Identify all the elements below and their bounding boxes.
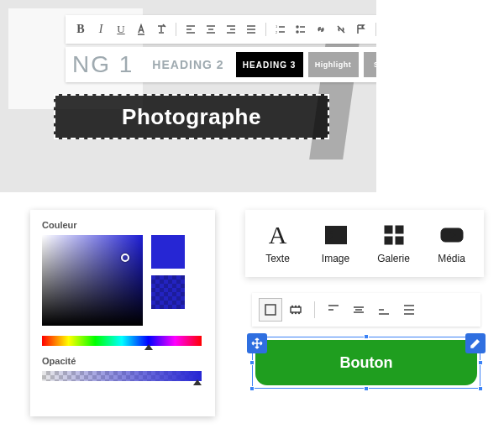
- resize-handle[interactable]: [249, 360, 255, 365]
- svg-point-19: [297, 26, 298, 28]
- insert-text-label: Texte: [265, 253, 290, 264]
- grid-icon: [381, 222, 407, 248]
- resize-handle[interactable]: [249, 386, 255, 391]
- underline-button[interactable]: U: [113, 21, 129, 38]
- italic-button[interactable]: I: [92, 21, 109, 38]
- color-section-label: Couleur: [42, 220, 203, 230]
- text-a-icon: A: [269, 222, 287, 248]
- hero-editor-panel: B I U 12: [0, 0, 376, 192]
- color-picker-panel: Couleur Opacité: [30, 210, 215, 416]
- opacity-marker-icon[interactable]: [193, 379, 202, 385]
- insert-gallery-button[interactable]: Galerie: [367, 222, 421, 264]
- toolbar-separator: [176, 23, 176, 36]
- insert-gallery-label: Galerie: [377, 253, 410, 264]
- svg-rect-30: [265, 305, 276, 315]
- play-icon: [439, 222, 465, 248]
- svg-point-37: [299, 313, 300, 314]
- insert-image-label: Image: [322, 253, 349, 264]
- svg-point-34: [299, 306, 300, 307]
- current-color-swatch[interactable]: [151, 235, 185, 269]
- svg-point-32: [292, 306, 293, 307]
- button-editor-panel: Bouton: [252, 293, 480, 392]
- move-handle[interactable]: [247, 333, 267, 353]
- hue-marker-icon[interactable]: [144, 344, 153, 350]
- hue-slider[interactable]: [42, 336, 202, 346]
- svg-point-35: [292, 313, 293, 314]
- text-color-button[interactable]: [133, 21, 150, 38]
- align-left-button[interactable]: [182, 21, 199, 38]
- unordered-list-button[interactable]: [292, 21, 309, 38]
- unlink-button[interactable]: [333, 21, 349, 38]
- svg-rect-26: [396, 226, 403, 233]
- align-right-button[interactable]: [223, 21, 239, 38]
- insert-elements-panel: A Texte Image Galerie Média: [245, 210, 484, 277]
- opacity-section-label: Opacité: [42, 356, 203, 366]
- button-selection-wrap: Bouton: [252, 338, 480, 387]
- rich-text-toolbar: B I U 12: [66, 15, 376, 44]
- svg-point-20: [297, 31, 298, 33]
- align-center-button[interactable]: [202, 21, 219, 38]
- link-button[interactable]: [312, 21, 329, 38]
- fill-width-button[interactable]: [259, 298, 282, 322]
- clear-format-button[interactable]: [153, 21, 170, 38]
- align-bottom-button[interactable]: [372, 298, 396, 322]
- flag-icon[interactable]: [353, 21, 370, 38]
- align-middle-button[interactable]: [347, 298, 370, 322]
- pencil-icon: [470, 337, 481, 349]
- toolbar-separator: [314, 301, 315, 318]
- toolbar-separator: [265, 23, 266, 36]
- svg-text:1: 1: [276, 24, 278, 29]
- svg-point-24: [330, 231, 333, 234]
- insert-media-button[interactable]: Média: [425, 222, 479, 264]
- heading-1-option[interactable]: NG 1: [66, 52, 140, 77]
- align-justify-button[interactable]: [243, 21, 260, 38]
- button-toolbar: [252, 293, 480, 327]
- resize-handle[interactable]: [364, 386, 369, 391]
- sv-cursor-icon[interactable]: [121, 254, 129, 262]
- selected-heading-element[interactable]: Photographe: [54, 94, 329, 139]
- resize-handle[interactable]: [478, 360, 483, 365]
- heading-text: Photographe: [122, 104, 261, 130]
- svg-point-36: [296, 313, 297, 314]
- svg-point-33: [296, 306, 297, 307]
- svg-rect-28: [396, 237, 403, 244]
- insert-media-label: Média: [438, 253, 465, 264]
- resize-handle[interactable]: [478, 386, 483, 391]
- move-icon: [251, 337, 263, 349]
- svg-text:2: 2: [276, 30, 278, 34]
- auto-width-button[interactable]: [284, 298, 307, 322]
- bold-button[interactable]: B: [72, 21, 89, 38]
- toolbar-separator: [375, 23, 376, 36]
- insert-image-button[interactable]: Image: [309, 222, 363, 264]
- align-top-button[interactable]: [322, 298, 345, 322]
- heading-style-bar: NG 1 HEADING 2 HEADING 3 Highlight Speci…: [66, 47, 376, 82]
- insert-text-button[interactable]: A Texte: [251, 222, 305, 264]
- heading-3-option[interactable]: HEADING 3: [236, 52, 303, 77]
- special-option[interactable]: Special: [364, 52, 376, 77]
- svg-rect-31: [291, 307, 301, 312]
- ordered-list-button[interactable]: 12: [272, 21, 289, 38]
- align-stretch-button[interactable]: [397, 298, 421, 322]
- edit-button-handle[interactable]: [465, 333, 486, 353]
- highlight-option[interactable]: Highlight: [308, 52, 359, 77]
- opacity-slider[interactable]: [42, 371, 202, 381]
- svg-rect-27: [385, 237, 392, 244]
- selection-frame: [252, 337, 480, 389]
- saturation-value-area[interactable]: [42, 235, 143, 326]
- svg-rect-25: [385, 226, 392, 233]
- resize-handle[interactable]: [364, 334, 369, 339]
- image-icon: [323, 222, 349, 248]
- transparent-color-swatch[interactable]: [151, 275, 185, 309]
- heading-2-option[interactable]: HEADING 2: [145, 52, 230, 77]
